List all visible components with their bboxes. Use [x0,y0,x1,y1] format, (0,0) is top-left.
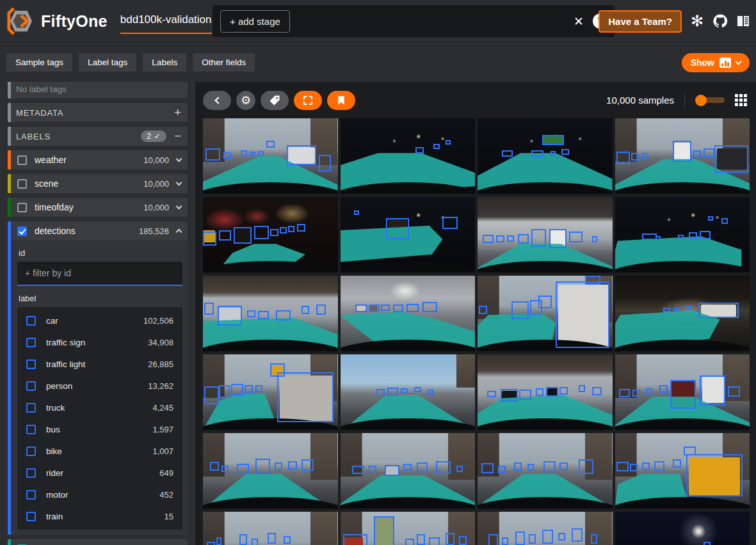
docs-icon[interactable] [736,13,751,29]
sample-tile[interactable] [478,512,613,545]
sample-tile[interactable] [615,512,750,545]
detection-bounding-box [219,385,230,398]
class-checkbox[interactable] [26,359,36,369]
tab-other-fields[interactable]: Other fields [193,53,255,72]
detection-bounding-box [204,303,214,315]
detection-bounding-box [502,537,509,545]
field-row-detections[interactable]: detections 185,526 [8,221,188,241]
class-count: 102,506 [143,316,173,326]
detection-bounding-box [268,533,276,544]
field-row-scene[interactable]: scene 10,000 [8,174,188,193]
label-class-row[interactable]: bus1,597 [17,418,182,440]
sample-tile[interactable] [478,118,613,194]
settings-button[interactable]: ⚙ [236,91,255,110]
grid-layout-icon[interactable] [735,94,747,106]
tab-labels[interactable]: Labels [143,53,186,72]
sample-tile[interactable] [341,197,476,272]
class-checkbox[interactable] [26,468,36,478]
detection-bounding-box [559,387,568,395]
id-header: id [19,248,188,258]
sample-tile[interactable] [203,197,338,272]
label-class-row[interactable]: bike1,007 [17,440,182,462]
sample-tile[interactable] [203,433,338,509]
sample-tile[interactable] [478,354,613,430]
class-checkbox[interactable] [26,381,36,391]
class-checkbox[interactable] [26,316,36,326]
sample-tile[interactable] [478,276,613,351]
filter-by-id-input[interactable] [17,262,182,286]
chevron-up-icon[interactable] [176,229,182,235]
sample-tile[interactable] [203,276,338,351]
field-row-timeofday[interactable]: timeofday 10,000 [8,198,188,217]
metadata-section-header[interactable]: METADATA + [8,103,188,122]
slack-icon[interactable]: ✻ [689,13,705,29]
add-stage-button[interactable]: + add stage [220,10,290,33]
grid-zoom-slider[interactable] [695,95,725,106]
detection-bounding-box [288,226,295,233]
detection-bounding-box [288,461,298,470]
sample-tile[interactable] [341,354,476,430]
sample-tile[interactable] [615,433,750,509]
tag-samples-button[interactable] [261,91,289,110]
bookmark-button[interactable] [327,91,355,110]
minus-icon[interactable]: − [174,129,181,143]
detection-bounding-box [501,389,518,402]
class-checkbox[interactable] [26,490,36,500]
field-row-polylines[interactable]: polylines 93,711 [8,539,188,545]
class-checkbox[interactable] [26,403,36,413]
timeofday-checkbox[interactable] [17,203,27,212]
label-class-row[interactable]: traffic sign34,908 [17,331,182,353]
scene-checkbox[interactable] [17,179,27,189]
detections-checkbox[interactable] [17,226,27,236]
tab-sample-tags[interactable]: Sample tags [6,53,72,72]
have-a-team-button[interactable]: Have a Team? [599,10,682,33]
weather-checkbox[interactable] [17,155,27,165]
sample-tile[interactable] [341,118,476,194]
label-class-row[interactable]: traffic light26,885 [17,353,182,375]
sample-tile[interactable] [341,433,476,509]
sample-tile[interactable] [341,276,476,351]
chevron-down-icon[interactable] [176,156,182,162]
sample-tile[interactable] [615,118,750,194]
sample-tile[interactable] [615,276,750,351]
class-checkbox[interactable] [26,446,36,456]
detection-bounding-box [231,384,243,395]
chevron-down-icon[interactable] [176,203,182,210]
detection-bounding-box [700,375,725,406]
sample-tile[interactable] [341,512,476,545]
label-class-row[interactable]: train15 [17,505,182,527]
detection-bounding-box [538,296,552,308]
dataset-name[interactable]: bdd100k-validation [120,13,212,29]
chevron-down-icon[interactable] [176,180,182,186]
detection-bounding-box [381,304,390,312]
select-samples-button[interactable] [294,91,322,110]
tab-label-tags[interactable]: Label tags [79,53,136,72]
detection-bounding-box [250,152,255,156]
class-checkbox[interactable] [26,425,36,434]
show-stats-button[interactable]: Show [682,53,750,72]
label-class-row[interactable]: rider649 [17,462,182,484]
sample-tile[interactable] [203,118,338,194]
field-row-weather[interactable]: weather 10,000 [8,150,188,170]
detection-bounding-box [673,459,681,468]
sample-tile[interactable] [203,512,338,545]
labels-section-header[interactable]: LABELS 2✓ − [8,127,188,146]
label-class-row[interactable]: person13,262 [17,375,182,397]
detection-bounding-box [221,466,229,473]
close-icon[interactable]: ✕ [574,15,584,28]
class-checkbox[interactable] [26,512,36,521]
back-button[interactable] [203,91,231,110]
sample-tile[interactable] [615,197,750,272]
detection-bounding-box [531,229,546,247]
class-count: 13,262 [148,381,173,391]
sample-tile[interactable] [478,197,613,272]
sample-tile[interactable] [615,354,750,430]
github-icon[interactable] [712,13,728,29]
label-class-row[interactable]: car102,506 [17,310,182,331]
plus-icon[interactable]: + [174,106,181,120]
sample-tile[interactable] [203,354,338,430]
sample-tile[interactable] [478,433,613,509]
label-class-row[interactable]: truck4,245 [17,397,182,418]
label-class-row[interactable]: motor452 [17,484,182,505]
class-checkbox[interactable] [26,338,36,347]
